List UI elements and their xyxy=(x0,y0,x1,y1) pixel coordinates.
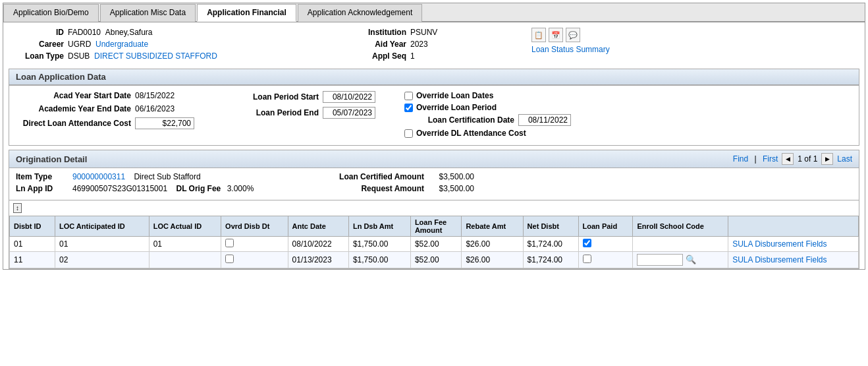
cell-loan-paid-1 xyxy=(578,237,633,252)
search-icon[interactable]: 🔍 xyxy=(686,255,696,264)
id-row: ID FAD0010 Abney,Safura xyxy=(11,28,354,37)
id-value: FAD0010 xyxy=(68,28,101,37)
loan-cert-amount-label: Loan Certified Amount xyxy=(319,172,424,181)
find-link[interactable]: Find xyxy=(733,154,748,164)
cell-loan-fee-1: $52.00 xyxy=(410,237,462,252)
cell-loan-fee-2: $52.00 xyxy=(410,252,462,268)
next-btn[interactable]: ▶ xyxy=(821,153,833,165)
acad-start-row: Acad Year Start Date 08/15/2022 xyxy=(16,91,220,100)
orig-left: Item Type 900000000311 Direct Sub Staffo… xyxy=(16,172,319,196)
header-right: 📋 📅 💬 Loan Status Summary xyxy=(518,28,857,63)
cell-sula-1: SULA Disbursement Fields xyxy=(728,237,859,252)
loan-paid-checkbox-2[interactable] xyxy=(583,255,591,263)
origination-title: Origination Detail xyxy=(16,154,87,164)
sula-link-1[interactable]: SULA Disbursement Fields xyxy=(732,239,827,249)
expand-button-row: ↕ xyxy=(9,200,859,216)
tab-acknowledgement[interactable]: Application Acknowledgement xyxy=(298,4,422,22)
loan-cert-date-input[interactable] xyxy=(518,114,571,126)
career-desc[interactable]: Undergraduate xyxy=(95,40,148,49)
col-loc-actual: LOC Actual ID xyxy=(149,216,221,237)
tab-misc-data[interactable]: Application Misc Data xyxy=(100,4,196,22)
item-type-label: Item Type xyxy=(16,172,68,181)
id-label: ID xyxy=(11,28,64,37)
loan-app-section-body: Acad Year Start Date 08/15/2022 Academic… xyxy=(9,85,859,146)
cell-loan-paid-2 xyxy=(578,252,633,268)
loan-cert-amount-value: $3,500.00 xyxy=(428,172,474,181)
override-dl-checkbox[interactable] xyxy=(404,129,413,138)
origination-body: Item Type 900000000311 Direct Sub Staffo… xyxy=(9,168,859,200)
ovrd-checkbox-2[interactable] xyxy=(225,255,234,263)
expand-icon[interactable]: ↕ xyxy=(13,203,22,213)
cell-ln-dsb-1: $1,750.00 xyxy=(348,237,410,252)
orig-right: Loan Certified Amount $3,500.00 Request … xyxy=(319,172,852,193)
first-link[interactable]: First xyxy=(763,154,778,164)
item-type-value[interactable]: 900000000311 xyxy=(72,172,125,181)
loan-type-value: DSUB xyxy=(68,51,90,61)
appl-seq-label: Appl Seq xyxy=(354,51,406,61)
col-loan-fee-amt: Loan FeeAmount xyxy=(410,216,462,237)
loan-left-col: Acad Year Start Date 08/15/2022 Academic… xyxy=(16,91,220,133)
last-link[interactable]: Last xyxy=(837,154,852,164)
col-antc-date: Antc Date xyxy=(288,216,348,237)
override-loan-period-label: Override Loan Period xyxy=(416,103,497,112)
loan-cert-amount-row: Loan Certified Amount $3,500.00 xyxy=(319,172,852,181)
table-row: 01 01 01 08/10/2022 $1,750.00 $52.00 $26… xyxy=(10,237,859,252)
disbursement-table: Disbt ID LOC Anticipated ID LOC Actual I… xyxy=(9,216,859,268)
sula-link-2[interactable]: SULA Disbursement Fields xyxy=(732,255,827,264)
enroll-school-code-input[interactable] xyxy=(637,254,683,266)
dl-orig-fee-label: DL Orig Fee xyxy=(176,184,221,193)
acad-end-value: 06/16/2023 xyxy=(135,104,175,113)
chat-icon[interactable]: 💬 xyxy=(566,28,580,42)
loan-paid-checkbox-1[interactable] xyxy=(583,239,591,247)
acad-end-label: Academic Year End Date xyxy=(16,104,131,113)
cell-enroll-2: 🔍 xyxy=(633,252,728,268)
ovrd-checkbox-1[interactable] xyxy=(225,239,234,247)
cell-loc-act-2 xyxy=(149,252,221,268)
loan-app-section-header: Loan Application Data xyxy=(9,69,859,85)
career-row: Career UGRD Undergraduate xyxy=(11,40,354,49)
loan-cert-date-label: Loan Certification Date xyxy=(419,115,514,125)
cell-sula-2: SULA Disbursement Fields xyxy=(728,252,859,268)
aid-year-row: Aid Year 2023 xyxy=(354,40,518,49)
tab-bio-demo[interactable]: Application Bio/Demo xyxy=(3,4,99,22)
col-enroll-school-code: Enroll School Code xyxy=(633,216,728,237)
loan-period-start-input[interactable] xyxy=(323,91,375,103)
col-net-disbt: Net Disbt xyxy=(523,216,578,237)
override-loan-dates-checkbox[interactable] xyxy=(404,92,413,100)
col-ovrd-disb: Ovrd Disb Dt xyxy=(221,216,288,237)
override-loan-dates-row: Override Loan Dates xyxy=(404,91,852,100)
override-loan-dates-label: Override Loan Dates xyxy=(416,91,493,100)
loan-type-row: Loan Type DSUB DIRECT SUBSIDIZED STAFFOR… xyxy=(11,51,354,61)
item-type-desc: Direct Sub Stafford xyxy=(134,172,200,181)
loan-type-desc[interactable]: DIRECT SUBSIDIZED STAFFORD xyxy=(94,51,217,61)
loan-type-label: Loan Type xyxy=(11,51,64,61)
cell-loc-act-1: 01 xyxy=(149,237,221,252)
prev-btn[interactable]: ◀ xyxy=(782,153,794,165)
aid-year-label: Aid Year xyxy=(354,40,406,49)
col-sula xyxy=(728,216,859,237)
cell-antc-date-2: 01/13/2023 xyxy=(288,252,348,268)
origination-section-header: Origination Detail Find | First ◀ 1 of 1… xyxy=(9,150,859,168)
loan-period-end-row: Loan Period End xyxy=(233,107,391,119)
header-middle: Institution PSUNV Aid Year 2023 Appl Seq… xyxy=(354,28,518,63)
override-loan-period-checkbox[interactable] xyxy=(404,104,413,112)
cell-disbt-id-1: 01 xyxy=(10,237,55,252)
override-dl-row: Override DL Attendance Cost xyxy=(404,129,852,138)
calendar-icon[interactable]: 📅 xyxy=(549,28,563,42)
direct-loan-input[interactable] xyxy=(135,117,194,129)
loan-middle-col: Loan Period Start Loan Period End xyxy=(233,91,391,123)
table-header-row: Disbt ID LOC Anticipated ID LOC Actual I… xyxy=(10,216,859,237)
loan-period-start-label: Loan Period Start xyxy=(233,92,319,102)
table-row: 11 02 01/13/2023 $1,750.00 $52.00 $26.00… xyxy=(10,252,859,268)
header-left: ID FAD0010 Abney,Safura Career UGRD Unde… xyxy=(11,28,354,63)
notes-icon[interactable]: 📋 xyxy=(531,28,546,42)
cell-antc-date-1: 08/10/2022 xyxy=(288,237,348,252)
aid-year-value: 2023 xyxy=(410,40,428,49)
override-dl-label: Override DL Attendance Cost xyxy=(416,129,526,138)
col-loan-paid: Loan Paid xyxy=(578,216,633,237)
loan-status-summary-link[interactable]: Loan Status Summary xyxy=(531,45,610,54)
institution-row: Institution PSUNV xyxy=(354,28,518,37)
tab-financial[interactable]: Application Financial xyxy=(197,4,296,22)
cell-disbt-id-2: 11 xyxy=(10,252,55,268)
loan-period-end-input[interactable] xyxy=(323,107,375,119)
